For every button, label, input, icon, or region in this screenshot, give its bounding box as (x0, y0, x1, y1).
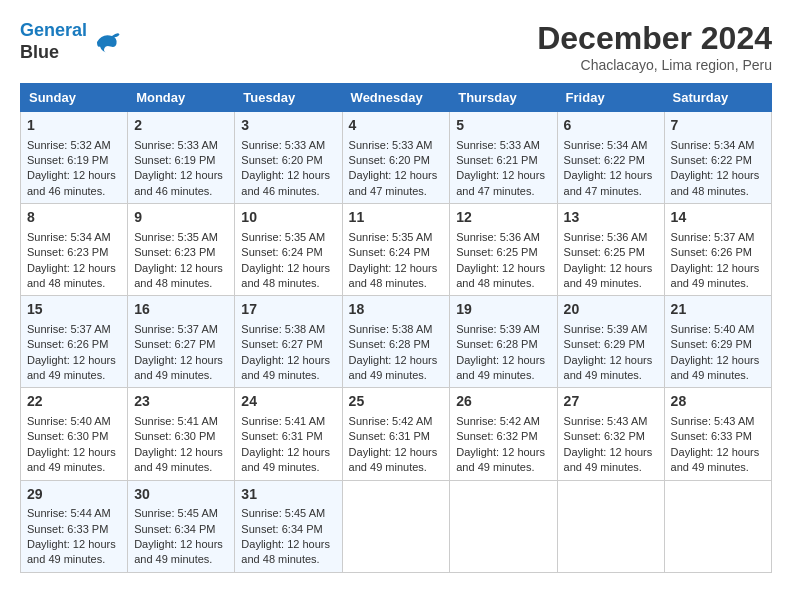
calendar-cell: 7Sunrise: 5:34 AMSunset: 6:22 PMDaylight… (664, 112, 771, 204)
daylight-label: Daylight: 12 hours and 48 minutes. (671, 169, 760, 196)
sunrise-label: Sunrise: 5:34 AM (564, 139, 648, 151)
calendar-cell: 6Sunrise: 5:34 AMSunset: 6:22 PMDaylight… (557, 112, 664, 204)
day-number: 30 (134, 485, 228, 505)
day-number: 20 (564, 300, 658, 320)
calendar-cell: 31Sunrise: 5:45 AMSunset: 6:34 PMDayligh… (235, 480, 342, 572)
day-number: 19 (456, 300, 550, 320)
day-number: 23 (134, 392, 228, 412)
day-number: 29 (27, 485, 121, 505)
location-title: Chaclacayo, Lima region, Peru (537, 57, 772, 73)
day-number: 21 (671, 300, 765, 320)
col-header-monday: Monday (128, 84, 235, 112)
calendar-cell: 24Sunrise: 5:41 AMSunset: 6:31 PMDayligh… (235, 388, 342, 480)
col-header-saturday: Saturday (664, 84, 771, 112)
sunset-label: Sunset: 6:22 PM (564, 154, 645, 166)
calendar-cell: 11Sunrise: 5:35 AMSunset: 6:24 PMDayligh… (342, 204, 450, 296)
calendar-cell: 2Sunrise: 5:33 AMSunset: 6:19 PMDaylight… (128, 112, 235, 204)
calendar-week-row: 8Sunrise: 5:34 AMSunset: 6:23 PMDaylight… (21, 204, 772, 296)
sunrise-label: Sunrise: 5:35 AM (241, 231, 325, 243)
sunset-label: Sunset: 6:33 PM (671, 430, 752, 442)
daylight-label: Daylight: 12 hours and 46 minutes. (134, 169, 223, 196)
calendar-cell: 8Sunrise: 5:34 AMSunset: 6:23 PMDaylight… (21, 204, 128, 296)
calendar-cell: 4Sunrise: 5:33 AMSunset: 6:20 PMDaylight… (342, 112, 450, 204)
daylight-label: Daylight: 12 hours and 49 minutes. (564, 354, 653, 381)
daylight-label: Daylight: 12 hours and 49 minutes. (456, 446, 545, 473)
day-number: 25 (349, 392, 444, 412)
sunrise-label: Sunrise: 5:37 AM (27, 323, 111, 335)
calendar-cell: 16Sunrise: 5:37 AMSunset: 6:27 PMDayligh… (128, 296, 235, 388)
daylight-label: Daylight: 12 hours and 47 minutes. (564, 169, 653, 196)
sunset-label: Sunset: 6:27 PM (134, 338, 215, 350)
day-number: 15 (27, 300, 121, 320)
sunset-label: Sunset: 6:26 PM (671, 246, 752, 258)
daylight-label: Daylight: 12 hours and 49 minutes. (27, 538, 116, 565)
daylight-label: Daylight: 12 hours and 48 minutes. (241, 538, 330, 565)
daylight-label: Daylight: 12 hours and 49 minutes. (564, 262, 653, 289)
sunset-label: Sunset: 6:21 PM (456, 154, 537, 166)
col-header-tuesday: Tuesday (235, 84, 342, 112)
sunset-label: Sunset: 6:28 PM (456, 338, 537, 350)
calendar-cell: 26Sunrise: 5:42 AMSunset: 6:32 PMDayligh… (450, 388, 557, 480)
daylight-label: Daylight: 12 hours and 49 minutes. (671, 446, 760, 473)
day-number: 24 (241, 392, 335, 412)
calendar-cell (557, 480, 664, 572)
daylight-label: Daylight: 12 hours and 49 minutes. (349, 446, 438, 473)
daylight-label: Daylight: 12 hours and 49 minutes. (27, 354, 116, 381)
sunset-label: Sunset: 6:31 PM (241, 430, 322, 442)
calendar-cell: 10Sunrise: 5:35 AMSunset: 6:24 PMDayligh… (235, 204, 342, 296)
daylight-label: Daylight: 12 hours and 48 minutes. (134, 262, 223, 289)
sunset-label: Sunset: 6:19 PM (134, 154, 215, 166)
day-number: 2 (134, 116, 228, 136)
daylight-label: Daylight: 12 hours and 48 minutes. (349, 262, 438, 289)
calendar-cell: 13Sunrise: 5:36 AMSunset: 6:25 PMDayligh… (557, 204, 664, 296)
daylight-label: Daylight: 12 hours and 49 minutes. (134, 538, 223, 565)
daylight-label: Daylight: 12 hours and 47 minutes. (349, 169, 438, 196)
calendar-cell (342, 480, 450, 572)
calendar-cell: 29Sunrise: 5:44 AMSunset: 6:33 PMDayligh… (21, 480, 128, 572)
calendar-cell: 30Sunrise: 5:45 AMSunset: 6:34 PMDayligh… (128, 480, 235, 572)
day-number: 12 (456, 208, 550, 228)
sunrise-label: Sunrise: 5:40 AM (671, 323, 755, 335)
sunset-label: Sunset: 6:29 PM (564, 338, 645, 350)
sunrise-label: Sunrise: 5:40 AM (27, 415, 111, 427)
sunrise-label: Sunrise: 5:39 AM (564, 323, 648, 335)
calendar-cell: 9Sunrise: 5:35 AMSunset: 6:23 PMDaylight… (128, 204, 235, 296)
calendar-cell: 23Sunrise: 5:41 AMSunset: 6:30 PMDayligh… (128, 388, 235, 480)
sunrise-label: Sunrise: 5:41 AM (134, 415, 218, 427)
sunset-label: Sunset: 6:26 PM (27, 338, 108, 350)
calendar-cell: 25Sunrise: 5:42 AMSunset: 6:31 PMDayligh… (342, 388, 450, 480)
daylight-label: Daylight: 12 hours and 48 minutes. (241, 262, 330, 289)
calendar-week-row: 1Sunrise: 5:32 AMSunset: 6:19 PMDaylight… (21, 112, 772, 204)
day-number: 6 (564, 116, 658, 136)
day-number: 17 (241, 300, 335, 320)
daylight-label: Daylight: 12 hours and 49 minutes. (241, 354, 330, 381)
day-number: 5 (456, 116, 550, 136)
daylight-label: Daylight: 12 hours and 49 minutes. (134, 354, 223, 381)
sunset-label: Sunset: 6:27 PM (241, 338, 322, 350)
calendar-cell: 5Sunrise: 5:33 AMSunset: 6:21 PMDaylight… (450, 112, 557, 204)
sunset-label: Sunset: 6:24 PM (349, 246, 430, 258)
sunrise-label: Sunrise: 5:34 AM (27, 231, 111, 243)
sunset-label: Sunset: 6:24 PM (241, 246, 322, 258)
sunrise-label: Sunrise: 5:39 AM (456, 323, 540, 335)
page-header: GeneralBlue December 2024 Chaclacayo, Li… (20, 20, 772, 73)
daylight-label: Daylight: 12 hours and 49 minutes. (564, 446, 653, 473)
col-header-friday: Friday (557, 84, 664, 112)
sunrise-label: Sunrise: 5:45 AM (241, 507, 325, 519)
calendar-cell: 12Sunrise: 5:36 AMSunset: 6:25 PMDayligh… (450, 204, 557, 296)
sunrise-label: Sunrise: 5:33 AM (241, 139, 325, 151)
day-number: 11 (349, 208, 444, 228)
sunrise-label: Sunrise: 5:38 AM (241, 323, 325, 335)
sunset-label: Sunset: 6:23 PM (134, 246, 215, 258)
sunrise-label: Sunrise: 5:45 AM (134, 507, 218, 519)
logo-text: GeneralBlue (20, 20, 87, 63)
daylight-label: Daylight: 12 hours and 49 minutes. (27, 446, 116, 473)
calendar-cell: 14Sunrise: 5:37 AMSunset: 6:26 PMDayligh… (664, 204, 771, 296)
col-header-thursday: Thursday (450, 84, 557, 112)
sunrise-label: Sunrise: 5:38 AM (349, 323, 433, 335)
calendar-week-row: 15Sunrise: 5:37 AMSunset: 6:26 PMDayligh… (21, 296, 772, 388)
day-number: 18 (349, 300, 444, 320)
daylight-label: Daylight: 12 hours and 48 minutes. (456, 262, 545, 289)
sunset-label: Sunset: 6:19 PM (27, 154, 108, 166)
day-number: 4 (349, 116, 444, 136)
